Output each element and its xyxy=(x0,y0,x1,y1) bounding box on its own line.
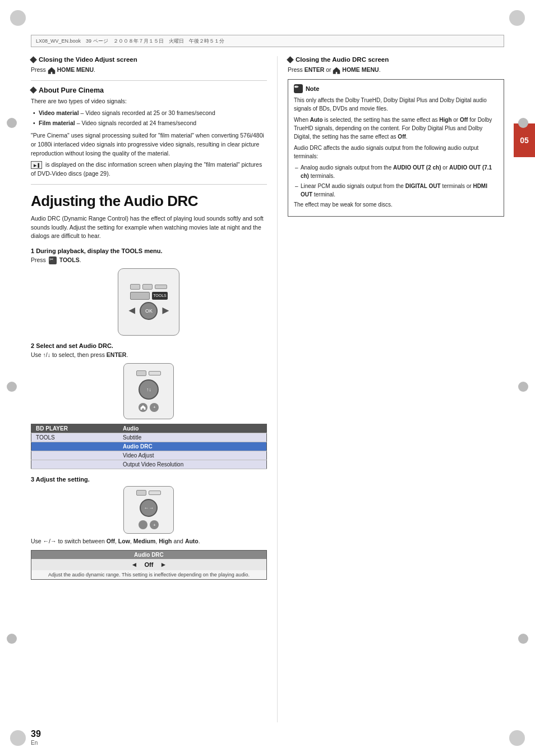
file-bar-text: LX08_WV_EN.book 39 ページ ２００８年７月１５日 火曜日 午後… xyxy=(36,38,224,45)
diamond-icon-2 xyxy=(30,86,37,94)
note-sub-item-1: Analog audio signals output from the AUD… xyxy=(301,163,498,180)
note-icon xyxy=(294,84,303,93)
menu-audiodrc: Audio DRC xyxy=(118,442,266,451)
menu-audiodrc-row: Audio DRC xyxy=(31,442,267,451)
about-pure-cinema-section: About Pure Cinema xyxy=(31,86,267,94)
about-intro: There are two types of video signals: xyxy=(31,97,267,106)
closing-audio-section: Closing the Audio DRC screen xyxy=(288,56,504,63)
note-sub-item-2: Linear PCM audio signals output from the… xyxy=(301,182,498,199)
bullet-video-text: – Video signals recorded at 25 or 30 fra… xyxy=(79,109,215,116)
chapter-tab: 05 xyxy=(514,123,535,157)
remote-image-1: TOOLS OK xyxy=(118,268,179,336)
home-icon xyxy=(48,67,56,74)
side-circle-left-mid xyxy=(7,382,17,392)
note-item-2: When Auto is selected, the setting has t… xyxy=(294,116,498,141)
closing-video-heading: Closing the Video Adjust screen xyxy=(39,56,137,63)
remote3-top xyxy=(136,490,161,496)
cinema-icon-note: ▶▐ is displayed on the disc information … xyxy=(31,161,267,178)
audio-drc-intro: Audio DRC (Dynamic Range Control) has th… xyxy=(31,214,267,241)
drc-body: ◄ Off ► xyxy=(31,559,266,570)
closing-audio-heading: Closing the Audio DRC screen xyxy=(296,56,389,63)
remote-mid-buttons: TOOLS xyxy=(130,292,168,300)
closing-audio-home-text: HOME MENU xyxy=(342,66,379,73)
drc-description: Adjust the audio dynamic range. This set… xyxy=(31,570,266,579)
off-bold-2: Off xyxy=(398,134,405,140)
bullet-film-text: – Video signals recorded at 24 frames/se… xyxy=(75,120,196,126)
corner-decoration-bl xyxy=(10,730,26,746)
remote2-btn1 xyxy=(136,370,146,376)
step2-enter: ENTER xyxy=(107,351,127,358)
note-item-3: Audio DRC affects the audio signals outp… xyxy=(294,144,498,161)
cinema-icon: ▶▐ xyxy=(31,161,42,169)
remote3-btn1 xyxy=(136,490,146,496)
corner-decoration-br xyxy=(509,730,525,746)
remote-tools-btn: TOOLS xyxy=(152,292,168,300)
side-circle-left-top xyxy=(7,118,17,128)
step3-high: High xyxy=(159,538,172,544)
left-column: Closing the Video Adjust screen Press HO… xyxy=(31,56,277,722)
drc-value: Off xyxy=(144,561,153,568)
remote-btn-sq2 xyxy=(142,284,153,290)
side-circle-right-mid xyxy=(518,382,528,392)
remote3-circle: ←→ xyxy=(140,499,158,517)
drc-header: Audio DRC xyxy=(31,551,266,559)
home-icon-2 xyxy=(333,67,340,74)
side-circle-left-bot xyxy=(7,634,17,644)
remote-right-arrow xyxy=(162,308,169,314)
bullet-video-label: Video material xyxy=(39,109,79,116)
menu-empty2 xyxy=(31,451,119,460)
adjusting-audio-drc-heading: Adjusting the Audio DRC xyxy=(31,193,267,210)
drc-arrow-left: ◄ xyxy=(131,561,138,569)
step3-low: Low xyxy=(118,538,130,544)
page-lang: En xyxy=(31,740,38,746)
closing-enter: ENTER xyxy=(305,66,325,73)
remote3-btn2 xyxy=(149,491,161,495)
menu-table: BD PLAYER Audio TOOLS Subtitle Audio DRC… xyxy=(31,424,267,469)
auto-bold: Auto xyxy=(310,117,323,123)
menu-outputvid-row: Output Video Resolution xyxy=(31,460,267,469)
remote2-btn2 xyxy=(149,371,161,375)
menu-col2-header: Audio xyxy=(118,424,266,433)
step3-medium: Medium xyxy=(133,538,156,544)
right-column: Closing the Audio DRC screen Press ENTER… xyxy=(277,56,504,722)
corner-decoration-tl xyxy=(10,10,26,26)
high-bold: High xyxy=(439,117,451,123)
page-number: 39 xyxy=(31,729,41,739)
note-heading: Note xyxy=(294,84,498,93)
remote3-plus-btn: + xyxy=(150,520,159,529)
step2-body: Use ↑/↓ to select, then press ENTER. xyxy=(31,351,267,360)
step3-auto: Auto xyxy=(185,538,199,544)
content-wrapper: Closing the Video Adjust screen Press HO… xyxy=(31,56,504,722)
menu-videoadj: Video Adjust xyxy=(118,451,266,460)
note-box: Note This only affects the Dolby TrueHD,… xyxy=(288,79,504,217)
remote-image-3: ←→ + xyxy=(123,486,174,534)
drc-control-box: Audio DRC ◄ Off ► Adjust the audio dynam… xyxy=(31,550,267,580)
remote3-nav: ←→ xyxy=(140,499,158,517)
remote-image-2: ↑↓ + xyxy=(123,363,174,419)
file-bar: LX08_WV_EN.book 39 ページ ２００８年７月１５日 火曜日 午後… xyxy=(31,35,504,47)
tools-icon xyxy=(49,256,57,264)
remote2-circle: ↑↓ xyxy=(139,379,159,400)
bullet-film-material: Film material – Video signals recorded a… xyxy=(39,119,267,128)
bullet-film-label: Film material xyxy=(39,120,75,126)
off-bold: Off xyxy=(460,117,468,123)
chapter-number: 05 xyxy=(520,136,529,145)
menu-empty xyxy=(31,442,119,451)
divider-2 xyxy=(31,184,267,185)
step1-heading: 1 During playback, display the TOOLS men… xyxy=(31,248,267,254)
step3-body: Use ←/→ to switch between Off, Low, Medi… xyxy=(31,537,267,546)
pure-cinema-para: "Pure Cinema" uses signal processing sui… xyxy=(31,131,267,158)
menu-tools-label: TOOLS xyxy=(31,433,119,442)
menu-header-row: BD PLAYER Audio xyxy=(31,424,267,433)
remote-btn-sq3 xyxy=(155,285,167,289)
menu-videoadj-row: Video Adjust xyxy=(31,451,267,460)
hdmi-out-bold: HDMI OUT xyxy=(301,183,487,198)
step3-off: Off xyxy=(107,538,115,544)
remote2-plus-btn: + xyxy=(150,403,159,412)
remote3-home-btn xyxy=(139,520,147,529)
remote-btn-sq1 xyxy=(130,284,140,290)
corner-decoration-tr xyxy=(509,10,525,26)
audio-out-bold: AUDIO OUT (2 ch) xyxy=(393,164,441,171)
menu-empty3 xyxy=(31,460,119,469)
digital-out-bold: DIGITAL OUT xyxy=(405,183,441,189)
